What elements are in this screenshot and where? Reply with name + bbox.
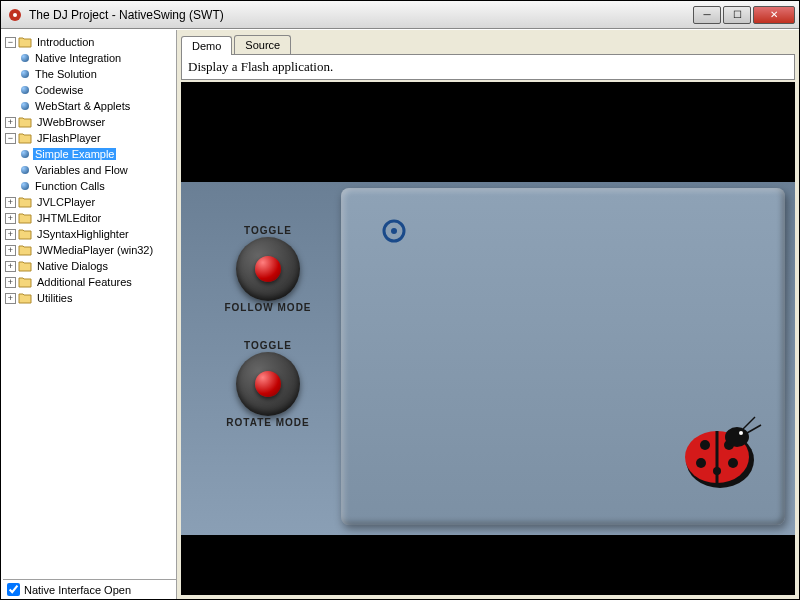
tree-node-introduction[interactable]: − Introduction [3,34,176,50]
expand-icon[interactable]: + [5,117,16,128]
folder-icon [18,116,32,128]
bullet-icon [21,150,29,158]
svg-line-15 [747,425,761,433]
bullet-icon [21,102,29,110]
tree-node-additionalfeatures[interactable]: +Additional Features [3,274,176,290]
button2-label-bottom: ROTATE MODE [208,417,328,428]
close-button[interactable]: ✕ [753,6,795,24]
svg-point-3 [391,228,397,234]
expand-icon[interactable]: + [5,213,16,224]
play-area[interactable] [341,188,785,525]
red-button-icon [255,371,281,397]
tree-node-nativedialogs[interactable]: +Native Dialogs [3,258,176,274]
bullet-icon [21,70,29,78]
tree-node-jflashplayer[interactable]: −JFlashPlayer [3,130,176,146]
folder-icon [18,292,32,304]
button1-label-top: TOGGLE [208,225,328,236]
button1-label-bottom: FOLLOW MODE [208,302,328,313]
tree-leaf-selected[interactable]: Simple Example [3,146,176,162]
collapse-icon[interactable]: − [5,133,16,144]
app-icon [7,7,23,23]
ladybug-icon [665,415,765,495]
tree-leaf[interactable]: The Solution [3,66,176,82]
folder-icon [18,212,32,224]
flash-stage[interactable]: TOGGLE FOLLOW MODE TOGGLE ROTATE MODE [181,182,795,535]
folder-icon [18,260,32,272]
bullet-icon [21,182,29,190]
main-panel: Demo Source Display a Flash application.… [177,30,799,599]
tree-leaf[interactable]: Variables and Flow [3,162,176,178]
svg-point-13 [739,431,743,435]
toggle-follow-button[interactable] [236,237,300,301]
svg-point-11 [713,467,721,475]
folder-open-icon [18,132,32,144]
tree-leaf[interactable]: WebStart & Applets [3,98,176,114]
folder-icon [18,196,32,208]
titlebar[interactable]: The DJ Project - NativeSwing (SWT) ─ ☐ ✕ [1,1,799,29]
folder-icon [18,276,32,288]
tree-node-jwmediaplayer[interactable]: +JWMediaPlayer (win32) [3,242,176,258]
tree-node-utilities[interactable]: +Utilities [3,290,176,306]
folder-icon [18,244,32,256]
tab-source[interactable]: Source [234,35,291,54]
svg-point-1 [13,13,17,17]
toggle-rotate-button[interactable] [236,352,300,416]
tree-leaf[interactable]: Codewise [3,82,176,98]
tree-node-jsyntaxhighlighter[interactable]: +JSyntaxHighlighter [3,226,176,242]
status-bar: Native Interface Open [3,579,176,599]
svg-line-14 [743,417,755,429]
minimize-button[interactable]: ─ [693,6,721,24]
tree-node-jvlcplayer[interactable]: +JVLCPlayer [3,194,176,210]
status-label: Native Interface Open [24,584,131,596]
expand-icon[interactable]: + [5,197,16,208]
svg-point-9 [696,458,706,468]
tab-bar: Demo Source [177,30,799,54]
collapse-icon[interactable]: − [5,37,16,48]
tree-leaf[interactable]: Function Calls [3,178,176,194]
tree-leaf[interactable]: Native Integration [3,50,176,66]
folder-icon [18,228,32,240]
folder-open-icon [18,36,32,48]
description-label: Display a Flash application. [181,54,795,80]
tree-node-jwebbrowser[interactable]: +JWebBrowser [3,114,176,130]
bullet-icon [21,86,29,94]
target-icon [381,218,407,244]
tab-demo[interactable]: Demo [181,36,232,55]
expand-icon[interactable]: + [5,261,16,272]
bullet-icon [21,166,29,174]
flash-container: TOGGLE FOLLOW MODE TOGGLE ROTATE MODE [181,82,795,595]
bullet-icon [21,54,29,62]
native-interface-checkbox[interactable] [7,583,20,596]
svg-point-10 [728,458,738,468]
sidebar: − Introduction Native Integration The So… [1,30,177,599]
expand-icon[interactable]: + [5,293,16,304]
red-button-icon [255,256,281,282]
maximize-button[interactable]: ☐ [723,6,751,24]
expand-icon[interactable]: + [5,277,16,288]
expand-icon[interactable]: + [5,245,16,256]
tree[interactable]: − Introduction Native Integration The So… [3,34,176,579]
tree-node-jhtmleditor[interactable]: +JHTMLEditor [3,210,176,226]
svg-point-12 [725,427,749,447]
button2-label-top: TOGGLE [208,340,328,351]
expand-icon[interactable]: + [5,229,16,240]
svg-point-7 [700,440,710,450]
window-title: The DJ Project - NativeSwing (SWT) [29,8,691,22]
